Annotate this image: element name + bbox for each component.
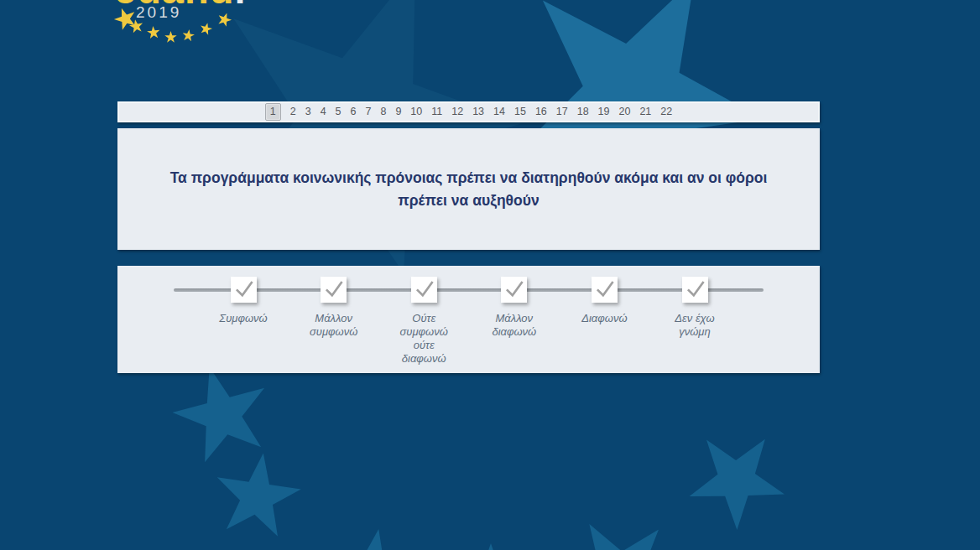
page-number-3[interactable]: 3 bbox=[305, 106, 311, 117]
check-icon bbox=[413, 278, 435, 301]
question-panel: Τα προγράμματα κοινωνικής πρόνοιας πρέπε… bbox=[117, 128, 820, 250]
decor-star bbox=[207, 447, 307, 547]
logo-star-icon bbox=[146, 25, 160, 39]
page-number-11[interactable]: 11 bbox=[431, 106, 442, 117]
page-number-1[interactable]: 1 bbox=[265, 103, 281, 121]
decor-star bbox=[538, 491, 703, 550]
check-icon bbox=[593, 278, 616, 301]
answer-option-6[interactable]: Δεν έχω γνώμη bbox=[649, 277, 740, 339]
page-number-9[interactable]: 9 bbox=[395, 106, 401, 117]
page-number-8[interactable]: 8 bbox=[380, 106, 386, 117]
answer-checkbox[interactable] bbox=[321, 277, 347, 303]
pagination-bar: 12345678910111213141516171819202122 bbox=[117, 101, 820, 122]
answer-option-label: Μάλλον διαφωνώ bbox=[492, 312, 536, 339]
page-number-6[interactable]: 6 bbox=[351, 106, 357, 117]
answer-option-3[interactable]: Ούτε συμφωνώ ούτε διαφωνώ bbox=[378, 277, 469, 366]
answer-option-label: Ούτε συμφωνώ ούτε διαφωνώ bbox=[400, 312, 448, 366]
logo-star-icon bbox=[198, 21, 213, 36]
page-number-16[interactable]: 16 bbox=[535, 106, 547, 117]
page-number-22[interactable]: 22 bbox=[660, 106, 672, 117]
page-number-4[interactable]: 4 bbox=[321, 106, 326, 117]
page-number-18[interactable]: 18 bbox=[577, 106, 589, 117]
answer-checkbox[interactable] bbox=[411, 277, 437, 303]
check-icon bbox=[322, 278, 345, 301]
answer-option-5[interactable]: Διαφωνώ bbox=[559, 277, 649, 325]
answer-option-2[interactable]: Μάλλον συμφωνώ bbox=[289, 277, 379, 339]
logo-star-icon bbox=[181, 29, 195, 43]
answer-checkbox[interactable] bbox=[592, 277, 618, 303]
answer-checkbox[interactable] bbox=[231, 277, 257, 303]
page-background: euandi 2019 1234567891011121314151617181… bbox=[0, 0, 980, 550]
decor-star bbox=[668, 411, 805, 548]
answer-panel: ΣυμφωνώΜάλλον συμφωνώΟύτε συμφωνώ ούτε δ… bbox=[117, 266, 820, 373]
page-number-19[interactable]: 19 bbox=[598, 106, 610, 117]
logo-star-icon bbox=[216, 11, 234, 29]
question-text: Τα προγράμματα κοινωνικής πρόνοιας πρέπε… bbox=[150, 167, 788, 212]
logo-star-icon bbox=[164, 31, 177, 44]
page-number-2[interactable]: 2 bbox=[290, 106, 296, 117]
euandi-logo: euandi 2019 bbox=[0, 0, 268, 59]
answer-option-1[interactable]: Συμφωνώ bbox=[198, 277, 289, 325]
page-number-20[interactable]: 20 bbox=[619, 106, 631, 117]
answer-option-label: Μάλλον συμφωνώ bbox=[310, 312, 357, 339]
page-number-7[interactable]: 7 bbox=[366, 106, 372, 117]
check-icon bbox=[503, 278, 525, 301]
answer-option-label: Δεν έχω γνώμη bbox=[675, 312, 714, 339]
answer-option-4[interactable]: Μάλλον διαφωνώ bbox=[469, 277, 560, 339]
page-number-10[interactable]: 10 bbox=[410, 106, 422, 117]
check-icon bbox=[684, 278, 706, 301]
page-number-13[interactable]: 13 bbox=[472, 106, 484, 117]
decor-star bbox=[306, 520, 433, 550]
answer-option-label: Συμφωνώ bbox=[219, 312, 267, 325]
decor-star bbox=[471, 543, 511, 550]
logo-year: 2019 bbox=[136, 3, 181, 22]
page-number-21[interactable]: 21 bbox=[639, 106, 651, 117]
page-number-17[interactable]: 17 bbox=[556, 106, 568, 117]
answer-checkbox[interactable] bbox=[501, 277, 527, 303]
page-number-12[interactable]: 12 bbox=[451, 106, 463, 117]
page-number-5[interactable]: 5 bbox=[336, 106, 341, 117]
page-number-15[interactable]: 15 bbox=[514, 106, 526, 117]
check-icon bbox=[232, 278, 255, 301]
answer-checkbox[interactable] bbox=[682, 277, 708, 303]
page-number-list: 12345678910111213141516171819202122 bbox=[119, 103, 818, 121]
answer-option-label: Διαφωνώ bbox=[581, 312, 627, 325]
page-number-14[interactable]: 14 bbox=[493, 106, 505, 117]
